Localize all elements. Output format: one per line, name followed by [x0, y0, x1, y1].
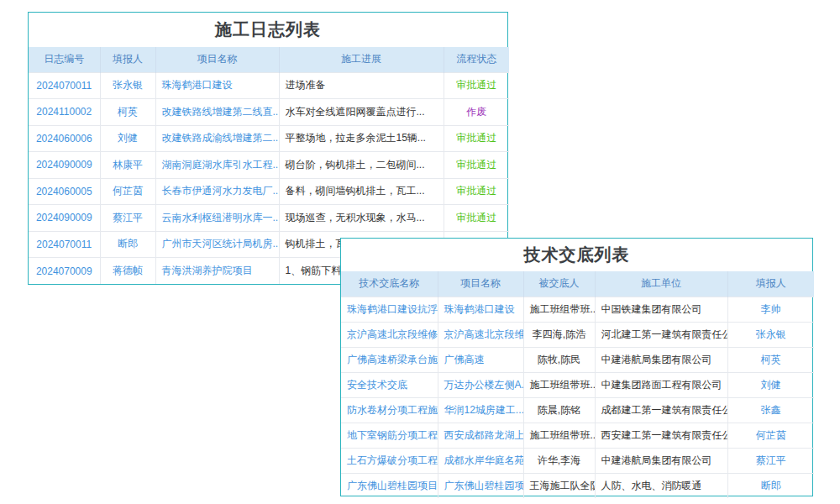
cell-reporter-link[interactable]: 柯英: [727, 347, 814, 372]
cell-reporter-link[interactable]: 张鑫: [727, 397, 814, 423]
cell-progress: 砌台阶，钩机排土，二包砌间...: [279, 152, 444, 179]
cell-status: 审批通过: [444, 125, 509, 152]
cell-status: 审批通过: [444, 72, 509, 99]
cell-receiver: 陈牧,陈民: [523, 347, 595, 372]
cell-reporter-link[interactable]: 何芷茵: [100, 178, 155, 205]
cell-progress: 平整场地，拉走多余泥土15辆...: [279, 125, 444, 152]
cell-reporter-link[interactable]: 蒋德帧: [100, 258, 155, 285]
cell-project-link[interactable]: 长春市伊通河水力发电厂...: [155, 178, 279, 205]
table-row: 土石方爆破分项工程...成都水岸华庭名苑...许华,李海中建港航局集团有限公司蔡…: [341, 448, 814, 473]
cell-id-link[interactable]: 2024070011: [29, 72, 100, 99]
cell-project-link[interactable]: 改建铁路线增建第二线直...: [155, 99, 279, 126]
cell-receiver: 施工班组带班...: [523, 297, 595, 322]
cell-name-link[interactable]: 安全技术交底: [341, 372, 438, 397]
cell-project-link[interactable]: 华润12城房建工...: [438, 397, 523, 423]
cell-reporter-link[interactable]: 张永银: [100, 72, 155, 99]
cell-name-link[interactable]: 地下室钢筋分项工程...: [341, 423, 438, 448]
column-header-receiver: 被交底人: [523, 271, 595, 297]
cell-id-link[interactable]: 2024090009: [29, 152, 100, 179]
cell-project-link[interactable]: 云南水利枢纽潜明水库一...: [155, 205, 279, 232]
cell-project-link[interactable]: 珠海鹤港口建设: [155, 72, 279, 99]
cell-project-link[interactable]: 广州市天河区统计局机房...: [155, 231, 279, 258]
cell-reporter-link[interactable]: 刘健: [100, 125, 155, 152]
cell-status: 审批通过: [444, 205, 509, 232]
table-row: 2024060005何芷茵长春市伊通河水力发电厂...备料，砌间墙钩机排土，瓦工…: [29, 178, 509, 205]
table-header-row: 技术交底名称项目名称被交底人施工单位填报人: [341, 271, 814, 297]
cell-project-link[interactable]: 京沪高速北京段维修: [438, 322, 523, 347]
cell-unit: 中建港航局集团有限公司: [595, 347, 727, 372]
cell-project-link[interactable]: 广佛高速: [438, 347, 523, 372]
column-header-project: 项目名称: [438, 271, 523, 297]
cell-unit: 人防、水电、消防暖通: [595, 473, 727, 498]
table-row: 地下室钢筋分项工程...西安成都路龙湖上...施工班组带班...西安建工第一建筑…: [341, 423, 814, 448]
cell-name-link[interactable]: 广东佛山碧桂园项目...: [341, 473, 438, 498]
cell-project-link[interactable]: 改建铁路成渝线增建第二...: [155, 125, 279, 152]
cell-name-link[interactable]: 防水卷材分项工程施...: [341, 397, 438, 423]
cell-reporter-link[interactable]: 何芷茵: [727, 423, 814, 448]
table-row: 广东佛山碧桂园项目...广东佛山碧桂园项目王海施工队全队人防、水电、消防暖通断郎: [341, 473, 814, 498]
cell-receiver: 施工班组带班...: [523, 372, 595, 397]
column-header-reporter: 填报人: [727, 271, 814, 297]
column-header-status: 流程状态: [444, 47, 509, 72]
cell-project-link[interactable]: 广东佛山碧桂园项目: [438, 473, 523, 498]
cell-receiver: 李四海,陈浩: [523, 322, 595, 347]
cell-progress: 现场巡查，无积水现象，水马...: [279, 205, 444, 232]
table-row: 2024060006刘健改建铁路成渝线增建第二...平整场地，拉走多余泥土15辆…: [29, 125, 509, 152]
cell-name-link[interactable]: 京沪高速北京段维修...: [341, 322, 438, 347]
cell-receiver: 陈晨,陈铭: [523, 397, 595, 423]
cell-reporter-link[interactable]: 刘健: [727, 372, 814, 397]
table-row: 2024070011张永银珠海鹤港口建设进场准备审批通过: [29, 72, 509, 99]
cell-project-link[interactable]: 西安成都路龙湖上...: [438, 423, 523, 448]
cell-project-link[interactable]: 成都水岸华庭名苑...: [438, 448, 523, 473]
cell-id-link[interactable]: 2024060006: [29, 125, 100, 152]
cell-name-link[interactable]: 广佛高速桥梁承台施...: [341, 347, 438, 372]
cell-id-link[interactable]: 2024060005: [29, 178, 100, 205]
cell-reporter-link[interactable]: 张永银: [727, 322, 814, 347]
cell-name-link[interactable]: 珠海鹤港口建设抗浮...: [341, 297, 438, 322]
cell-unit: 中建港航局集团有限公司: [595, 448, 727, 473]
column-header-progress: 施工进展: [279, 47, 444, 72]
cell-reporter-link[interactable]: 柯英: [100, 99, 155, 126]
column-header-id: 日志编号: [29, 47, 100, 72]
cell-status: 审批通过: [444, 178, 509, 205]
tech-disclosure-panel: 技术交底列表 技术交底名称项目名称被交底人施工单位填报人 珠海鹤港口建设抗浮..…: [340, 238, 813, 496]
cell-project-link[interactable]: 青海洪湖养护院项目: [155, 258, 279, 285]
cell-project-link[interactable]: 湖南洞庭湖水库引水工程...: [155, 152, 279, 179]
cell-reporter-link[interactable]: 李帅: [727, 297, 814, 322]
table-row: 广佛高速桥梁承台施...广佛高速陈牧,陈民中建港航局集团有限公司柯英: [341, 347, 814, 372]
tech-disclosure-title: 技术交底列表: [341, 239, 812, 271]
cell-reporter-link[interactable]: 林康平: [100, 152, 155, 179]
column-header-project: 项目名称: [155, 47, 279, 72]
cell-unit: 成都建工第一建筑有限责任公司: [595, 397, 727, 423]
cell-project-link[interactable]: 万达办公楼左侧A...: [438, 372, 523, 397]
cell-reporter-link[interactable]: 蔡江平: [727, 448, 814, 473]
construction-log-title: 施工日志列表: [29, 13, 507, 47]
cell-id-link[interactable]: 2024090009: [29, 205, 100, 232]
cell-unit: 河北建工第一建筑有限责任公司: [595, 322, 727, 347]
table-header-row: 日志编号填报人项目名称施工进展流程状态: [29, 47, 509, 72]
cell-receiver: 施工班组带班...: [523, 423, 595, 448]
cell-status: 审批通过: [444, 152, 509, 179]
cell-progress: 备料，砌间墙钩机排土，瓦工...: [279, 178, 444, 205]
table-row: 2024090009林康平湖南洞庭湖水库引水工程...砌台阶，钩机排土，二包砌间…: [29, 152, 509, 179]
tech-disclosure-table: 技术交底名称项目名称被交底人施工单位填报人 珠海鹤港口建设抗浮...珠海鹤港口建…: [341, 271, 814, 498]
cell-id-link[interactable]: 2024070009: [29, 258, 100, 285]
table-row: 防水卷材分项工程施...华润12城房建工...陈晨,陈铭成都建工第一建筑有限责任…: [341, 397, 814, 423]
cell-reporter-link[interactable]: 蔡江平: [100, 205, 155, 232]
column-header-name: 技术交底名称: [341, 271, 438, 297]
column-header-unit: 施工单位: [595, 271, 727, 297]
cell-id-link[interactable]: 2024070011: [29, 231, 100, 258]
table-row: 安全技术交底万达办公楼左侧A...施工班组带班...中建集团路面工程有限公司刘健: [341, 372, 814, 397]
cell-receiver: 王海施工队全队: [523, 473, 595, 498]
cell-unit: 西安建工第一建筑有限责任公司: [595, 423, 727, 448]
cell-status: 作废: [444, 99, 509, 126]
cell-id-link[interactable]: 2024110002: [29, 99, 100, 126]
cell-unit: 中国铁建集团有限公司: [595, 297, 727, 322]
cell-reporter-link[interactable]: 断郎: [100, 231, 155, 258]
column-header-reporter: 填报人: [100, 47, 155, 72]
cell-reporter-link[interactable]: 断郎: [727, 473, 814, 498]
cell-project-link[interactable]: 珠海鹤港口建设: [438, 297, 523, 322]
table-row: 珠海鹤港口建设抗浮...珠海鹤港口建设施工班组带班...中国铁建集团有限公司李帅: [341, 297, 814, 322]
cell-name-link[interactable]: 土石方爆破分项工程...: [341, 448, 438, 473]
cell-progress: 水车对全线遮阳网覆盖点进行...: [279, 99, 444, 126]
